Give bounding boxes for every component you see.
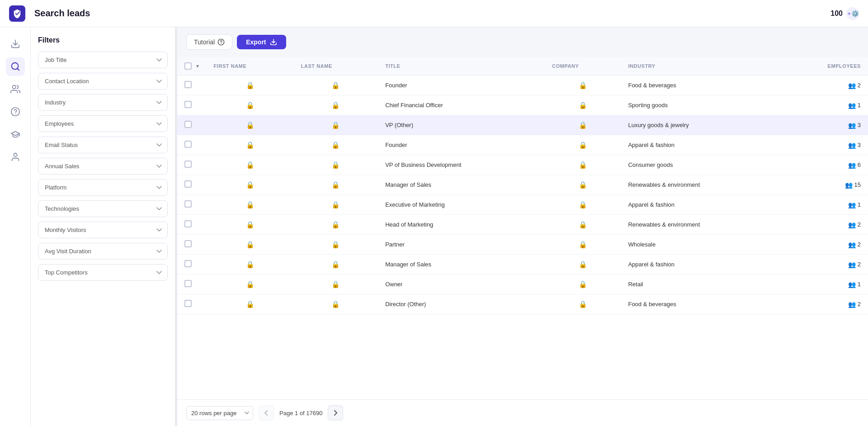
- main-layout: Filters Job Title Contact Location Indus…: [0, 27, 868, 426]
- row-checkbox-cell: [177, 215, 207, 235]
- nav-profile[interactable]: [6, 147, 25, 166]
- lock-icon: 🔒: [214, 181, 287, 189]
- nav-education[interactable]: [6, 125, 25, 144]
- nav-help[interactable]: [6, 102, 25, 121]
- row-checkbox-cell: [177, 76, 207, 95]
- filter-technologies[interactable]: Technologies: [38, 200, 168, 217]
- row-checkbox[interactable]: [184, 240, 192, 247]
- table-row: 🔒🔒Director (Other)🔒Food & beverages👥2: [177, 294, 868, 314]
- company-cell: 🔒: [545, 175, 621, 195]
- pagination-bar: 20 rows per page 10 rows per page 50 row…: [177, 399, 868, 426]
- row-checkbox[interactable]: [184, 161, 192, 168]
- row-checkbox-cell: [177, 255, 207, 275]
- filter-employees[interactable]: Employees: [38, 115, 168, 132]
- filter-monthly-visitors[interactable]: Monthly Visitors: [38, 222, 168, 238]
- prev-page-button[interactable]: [259, 405, 274, 421]
- employees-count: 2: [858, 241, 861, 248]
- employees-count: 3: [858, 142, 861, 148]
- row-checkbox[interactable]: [184, 81, 192, 88]
- company-cell: 🔒: [545, 115, 621, 135]
- industry-cell: Renewables & environment: [621, 175, 780, 195]
- employees-icon: 👥: [848, 142, 856, 149]
- topbar-right: 100 ⚙ ⚙️: [830, 7, 859, 20]
- tutorial-label: Tutorial: [194, 38, 215, 46]
- employees-cell: 👥1: [780, 95, 868, 115]
- filter-contact-location[interactable]: Contact Location: [38, 73, 168, 90]
- filter-email-status[interactable]: Email Status: [38, 137, 168, 153]
- employees-cell: 👥2: [780, 235, 868, 255]
- app-logo: [9, 5, 25, 22]
- first-name-cell: 🔒: [207, 294, 294, 314]
- nav-search[interactable]: [6, 57, 25, 76]
- lock-icon: 🔒: [552, 221, 613, 229]
- filter-job-title[interactable]: Job Title: [38, 52, 168, 68]
- employees-icon: 👥: [848, 161, 856, 169]
- nav-people[interactable]: [6, 80, 25, 99]
- col-title: TITLE: [378, 57, 545, 76]
- row-checkbox[interactable]: [184, 280, 192, 287]
- tutorial-button[interactable]: Tutorial: [186, 34, 232, 50]
- employees-cell: 👥2: [780, 294, 868, 314]
- title-cell: Founder: [378, 76, 545, 95]
- row-checkbox[interactable]: [184, 121, 192, 128]
- employees-count: 1: [858, 102, 861, 109]
- filter-industry[interactable]: Industry: [38, 94, 168, 111]
- employees-count: 2: [858, 301, 861, 308]
- first-name-cell: 🔒: [207, 135, 294, 155]
- next-page-button[interactable]: [328, 405, 343, 421]
- first-name-cell: 🔒: [207, 115, 294, 135]
- row-checkbox[interactable]: [184, 180, 192, 188]
- title-cell: VP (Other): [378, 115, 545, 135]
- title-cell: Chief Financial Officer: [378, 95, 545, 115]
- leads-table: ▾ FIRST NAME LAST NAME TITLE COMPANY IND…: [177, 57, 868, 314]
- filter-annual-sales[interactable]: Annual Sales: [38, 158, 168, 175]
- row-checkbox[interactable]: [184, 220, 192, 227]
- title-cell: Founder: [378, 135, 545, 155]
- lock-icon: 🔒: [552, 260, 613, 269]
- lock-icon: 🔒: [301, 241, 371, 249]
- lock-icon: 🔒: [552, 161, 613, 169]
- industry-cell: Consumer goods: [621, 155, 780, 175]
- lock-icon: 🔒: [301, 181, 371, 189]
- lock-icon: 🔒: [214, 201, 287, 209]
- nav-download[interactable]: [6, 34, 25, 53]
- lock-icon: 🔒: [552, 121, 613, 129]
- export-button[interactable]: Export: [237, 35, 286, 49]
- first-name-cell: 🔒: [207, 275, 294, 294]
- employees-count: 1: [858, 281, 861, 288]
- lock-icon: 🔒: [301, 121, 371, 129]
- filter-top-competitors[interactable]: Top Competitors: [38, 264, 168, 281]
- row-checkbox[interactable]: [184, 260, 192, 267]
- company-cell: 🔒: [545, 215, 621, 235]
- logo-icon: [12, 9, 22, 19]
- first-name-cell: 🔒: [207, 155, 294, 175]
- row-checkbox[interactable]: [184, 141, 192, 148]
- rows-per-page-select[interactable]: 20 rows per page 10 rows per page 50 row…: [186, 406, 253, 420]
- lock-icon: 🔒: [301, 161, 371, 169]
- employees-cell: 👥2: [780, 215, 868, 235]
- row-checkbox[interactable]: [184, 101, 192, 108]
- credits-count: 100: [830, 9, 843, 18]
- select-all-checkbox[interactable]: [184, 62, 192, 70]
- col-company: COMPANY: [545, 57, 621, 76]
- employees-cell: 👥2: [780, 76, 868, 95]
- last-name-cell: 🔒: [294, 215, 378, 235]
- sidebar-nav: [0, 27, 31, 426]
- filter-platform[interactable]: Platform: [38, 179, 168, 196]
- title-cell: Director (Other): [378, 294, 545, 314]
- row-checkbox[interactable]: [184, 300, 192, 307]
- employees-cell: 👥3: [780, 115, 868, 135]
- row-checkbox-cell: [177, 135, 207, 155]
- chevron-down-icon[interactable]: ▾: [196, 63, 199, 69]
- title-cell: Head of Marketing: [378, 215, 545, 235]
- page-title: Search leads: [34, 8, 90, 19]
- title-cell: Partner: [378, 235, 545, 255]
- credits-icon[interactable]: ⚙ ⚙️: [846, 7, 859, 20]
- company-cell: 🔒: [545, 255, 621, 275]
- company-cell: 🔒: [545, 76, 621, 95]
- lock-icon: 🔒: [214, 101, 287, 109]
- row-checkbox[interactable]: [184, 200, 192, 208]
- filter-avg-visit-duration[interactable]: Avg Visit Duration: [38, 243, 168, 260]
- industry-cell: Renewables & environment: [621, 215, 780, 235]
- row-checkbox-cell: [177, 294, 207, 314]
